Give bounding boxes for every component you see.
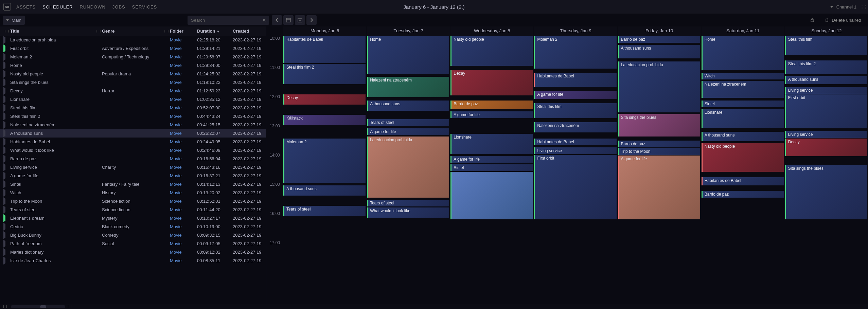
schedule-event[interactable]: Tears of steel <box>283 206 366 216</box>
schedule-event[interactable]: Nalezeni na ztraceném <box>367 77 449 97</box>
schedule-event[interactable]: Witch <box>702 73 784 79</box>
schedule-event[interactable]: First orbit <box>785 94 867 128</box>
asset-folder[interactable]: Movie <box>170 224 197 229</box>
table-row[interactable]: Steal this filmMovie00:52:07:002023-02-2… <box>0 104 266 112</box>
schedule-event[interactable]: Steal this film <box>785 36 867 55</box>
schedule-event[interactable]: Barrio de paz <box>618 36 700 43</box>
col-genre[interactable]: Genre <box>102 29 163 34</box>
calendar-button[interactable] <box>283 15 294 25</box>
asset-folder[interactable]: Movie <box>170 97 197 102</box>
nav-assets[interactable]: ASSETS <box>13 2 39 12</box>
asset-folder[interactable]: Movie <box>170 250 197 255</box>
delete-unaired-button[interactable]: Delete unaired <box>820 15 865 25</box>
schedule-event[interactable]: La educacion prohibida <box>367 137 449 198</box>
schedule-event[interactable]: A thousand suns <box>367 101 449 111</box>
table-row[interactable]: Tears of steelScience fictionMovie00:11:… <box>0 205 266 214</box>
col-title[interactable]: Title <box>10 29 95 34</box>
schedule-event[interactable]: Nalezeni na ztraceném <box>702 81 784 98</box>
schedule-event[interactable]: Home <box>702 36 784 70</box>
table-body[interactable]: La educacion prohibidaMovie02:25:18:2020… <box>0 36 266 309</box>
asset-folder[interactable]: Movie <box>170 88 197 93</box>
day-body[interactable]: Nasty old peopleDecayBarrio de pazA game… <box>450 36 533 291</box>
schedule-event[interactable]: Kálistack <box>283 115 366 125</box>
asset-folder[interactable]: Movie <box>170 216 197 221</box>
resize-handle-icon[interactable]: ⋮⋮ <box>2 305 8 308</box>
table-row[interactable]: Nalezeni na ztracenémMovie00:41:25:15202… <box>0 121 266 129</box>
schedule-event[interactable]: A thousand suns <box>702 132 784 141</box>
drag-handle-icon[interactable]: ⋮⋮ <box>163 30 170 33</box>
schedule-event[interactable]: Habitantes de Babel <box>534 73 616 87</box>
asset-folder[interactable]: Movie <box>170 139 197 144</box>
scroll-thumb[interactable] <box>40 305 46 308</box>
schedule-event[interactable]: Lionshare <box>702 109 784 128</box>
schedule-event[interactable]: Nalezeni na ztraceném <box>534 122 616 132</box>
asset-folder[interactable]: Movie <box>170 122 197 127</box>
schedule-event[interactable]: Habitantes de Babel <box>702 177 784 185</box>
schedule-event[interactable]: Tears of steel <box>367 119 449 126</box>
nav-rundown[interactable]: RUNDOWN <box>76 2 109 12</box>
schedule-event[interactable]: Trip to the Moon <box>618 148 700 155</box>
schedule-event[interactable]: Living service <box>785 131 867 138</box>
asset-folder[interactable]: Movie <box>170 241 197 246</box>
day-body[interactable]: HomeNalezeni na ztracenémA thousand suns… <box>367 36 450 291</box>
table-row[interactable]: LionshareMovie01:02:35:122023-02-27 19 <box>0 95 266 104</box>
clear-icon[interactable]: ✕ <box>262 17 266 23</box>
nav-jobs[interactable]: JOBS <box>109 2 129 12</box>
table-row[interactable]: Trip to the MoonScience fictionMovie00:1… <box>0 197 266 205</box>
schedule-event[interactable]: A thousand suns <box>283 185 366 196</box>
table-row[interactable]: Path of freedomSocialMovie00:09:17:05202… <box>0 239 266 248</box>
asset-folder[interactable]: Movie <box>170 173 197 178</box>
schedule-event[interactable]: Barrio de paz <box>702 191 784 198</box>
schedule-event[interactable]: A thousand suns <box>618 45 700 58</box>
schedule-event[interactable]: Habitantes de Babel <box>283 36 366 63</box>
table-row[interactable]: Sita sings the bluesMovie01:18:10:222023… <box>0 78 266 87</box>
table-row[interactable]: DecayHorrorMovie01:12:59:232023-02-27 19 <box>0 87 266 95</box>
schedule-event[interactable]: Tears of steel <box>367 200 449 206</box>
schedule-event[interactable]: First orbit <box>534 155 616 219</box>
schedule-event[interactable]: What would it look like <box>367 207 449 218</box>
prev-week-button[interactable] <box>272 15 282 25</box>
scroll-track[interactable] <box>11 305 65 308</box>
schedule-event[interactable]: Decay <box>283 94 366 105</box>
col-duration[interactable]: Duration▼ <box>197 29 233 34</box>
next-week-button[interactable] <box>306 15 317 25</box>
table-row[interactable]: Nasty old peoplePopular dramaMovie01:24:… <box>0 70 266 78</box>
asset-folder[interactable]: Movie <box>170 199 197 204</box>
table-row[interactable]: Big Buck BunnyComedyMovie00:09:32:152023… <box>0 231 266 239</box>
schedule-event[interactable]: Barrio de paz <box>618 141 700 147</box>
schedule-event[interactable]: Barrio de paz <box>450 101 533 109</box>
table-row[interactable]: Barrio de pazMovie00:16:56:042023-02-27 … <box>0 154 266 163</box>
schedule-event[interactable]: Steal this film 2 <box>283 64 366 84</box>
schedule-event[interactable]: Steal this film 2 <box>785 60 867 74</box>
nav-scheduler[interactable]: SCHEDULER <box>39 2 76 12</box>
channel-selector[interactable]: Channel 1 <box>836 4 856 10</box>
col-folder[interactable]: Folder <box>170 29 197 34</box>
schedule-event[interactable]: Moleman 2 <box>283 139 366 183</box>
schedule-event[interactable]: A game for life <box>450 156 533 163</box>
schedule-event[interactable]: A game for life <box>367 128 449 135</box>
table-row[interactable]: A thousand sunsMovie00:26:20:072023-02-2… <box>0 129 266 138</box>
asset-folder[interactable]: Movie <box>170 46 197 51</box>
schedule-event[interactable]: Lionshare <box>450 134 533 154</box>
asset-folder[interactable]: Movie <box>170 63 197 68</box>
schedule-event[interactable]: Decay <box>785 139 867 156</box>
table-row[interactable]: La educacion prohibidaMovie02:25:18:2020… <box>0 36 266 44</box>
view-dropdown[interactable]: Main <box>3 16 25 25</box>
schedule-event[interactable]: Nasty old people <box>450 36 533 66</box>
schedule-event[interactable]: A game for life <box>450 111 533 118</box>
asset-folder[interactable]: Movie <box>170 131 197 136</box>
schedule-event[interactable]: Decay <box>450 70 533 95</box>
schedule-event[interactable]: Habitantes de Babel <box>534 139 616 145</box>
asset-folder[interactable]: Movie <box>170 207 197 212</box>
schedule-event[interactable]: Living service <box>785 87 867 94</box>
col-created[interactable]: Created <box>233 29 263 34</box>
schedule-event[interactable]: A game for life <box>534 91 616 99</box>
schedule-event[interactable]: Sita sings the blues <box>785 165 867 219</box>
table-row[interactable]: First orbitAdventure / ExpeditionsMovie0… <box>0 44 266 53</box>
schedule-event[interactable]: Steal this film <box>534 103 616 118</box>
schedule-event[interactable]: A game for life <box>618 156 700 219</box>
schedule-event[interactable]: Living service <box>534 147 616 154</box>
asset-folder[interactable]: Movie <box>170 233 197 238</box>
table-row[interactable]: WitchHistoryMovie00:13:20:022023-02-27 1… <box>0 188 266 197</box>
asset-folder[interactable]: Movie <box>170 156 197 161</box>
